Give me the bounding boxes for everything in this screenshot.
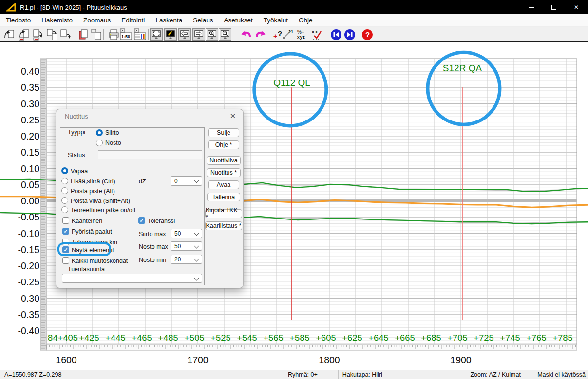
- menu-asetukset[interactable]: Asetukset: [218, 14, 258, 26]
- coords-xyz-label: xyz: [297, 35, 305, 40]
- radio-nosto-label[interactable]: Nosto: [105, 140, 121, 146]
- svg-text:0.15: 0.15: [21, 147, 39, 158]
- siirto-max-value: 50: [174, 230, 181, 237]
- menu-editointi[interactable]: Editointi: [116, 14, 150, 26]
- file-export-icon[interactable]: [59, 28, 72, 41]
- kirjoita-tkk-button[interactable]: Kirjoita TKK *: [205, 209, 242, 218]
- radio-poista-viiva-label[interactable]: Poista viiva (Shift+Alt): [71, 198, 130, 204]
- minimize-button[interactable]: [520, 0, 543, 14]
- nosto-min-label: Nosto min: [139, 257, 166, 263]
- nosto-min-select[interactable]: 20: [171, 255, 202, 264]
- dialog-close-icon[interactable]: ✕: [228, 112, 237, 120]
- zoom-out-button[interactable]: [219, 28, 231, 41]
- tuentasuunta-select[interactable]: [62, 274, 202, 283]
- radio-teoreettinen-label[interactable]: Teoreettinen jatke on/off: [71, 207, 135, 214]
- radio-siirto[interactable]: [96, 129, 103, 136]
- approve-check-icon[interactable]: xx: [311, 28, 323, 41]
- radio-teoreettinen[interactable]: [61, 206, 68, 213]
- pan-right-button[interactable]: [192, 28, 205, 41]
- nuottiviiva-button[interactable]: Nuottiviiva: [207, 156, 241, 165]
- radio-vapaa[interactable]: [61, 167, 68, 174]
- radio-siirto-label[interactable]: Siirto: [105, 129, 119, 136]
- nuotitus-dialog: Nuotitus ✕ Tyyppi Siirto Nosto Status Va…: [56, 109, 244, 288]
- menu-ohje[interactable]: Ohje: [293, 14, 318, 26]
- new-window-icon[interactable]: [90, 28, 103, 41]
- sulje-button[interactable]: Sulje: [208, 128, 239, 137]
- scale-icon[interactable]: 1:50: [119, 28, 133, 41]
- radio-vapaa-label[interactable]: Vapaa: [71, 168, 88, 175]
- help-icon[interactable]: ?: [361, 28, 374, 41]
- kaarilistaus-button[interactable]: Kaarilistaus *: [205, 221, 242, 230]
- menu-hakemisto[interactable]: Hakemisto: [36, 14, 78, 26]
- ohje-button[interactable]: Ohje *: [208, 140, 239, 149]
- highlight-annotation: [57, 242, 111, 256]
- status-ryhma: Ryhmä: 0+: [284, 370, 339, 379]
- copy-pages-icon[interactable]: [77, 28, 90, 41]
- tallenna-button[interactable]: Tallenna: [207, 193, 240, 201]
- file-read-format-icon[interactable]: [18, 28, 30, 41]
- undo-icon[interactable]: [240, 28, 252, 41]
- title-bar: R1.pi - [3D-Win 2025] - Pituusleikkaus ✕: [0, 0, 588, 14]
- maximize-icon: [551, 5, 556, 10]
- pan-left-button[interactable]: [178, 28, 191, 41]
- svg-text:+485: +485: [158, 333, 178, 343]
- file-read-icon[interactable]: [3, 28, 16, 41]
- checkbox-kaanteinen-label[interactable]: Käänteinen: [72, 218, 102, 224]
- svg-text:0.20: 0.20: [21, 131, 39, 141]
- chevron-down-icon: [194, 276, 199, 281]
- nav-next-icon[interactable]: [343, 28, 356, 41]
- file-convert-icon[interactable]: [46, 28, 58, 41]
- svg-text:0.05: 0.05: [21, 180, 39, 190]
- nav-previous-icon[interactable]: [330, 28, 342, 41]
- redo-icon[interactable]: [254, 28, 267, 41]
- close-button[interactable]: ✕: [565, 0, 588, 14]
- svg-text:+645: +645: [368, 333, 389, 343]
- checkbox-toleranssi[interactable]: ✓: [138, 217, 145, 224]
- maximize-button[interactable]: [543, 0, 565, 14]
- zoom-in-button[interactable]: [206, 28, 218, 41]
- svg-text:+585: +585: [289, 333, 310, 343]
- chevron-down-icon: [194, 231, 199, 236]
- status-maski: Maski ei käytössä: [533, 370, 588, 379]
- point-number-icon[interactable]: 21: [282, 28, 294, 41]
- print-layout-icon[interactable]: [133, 28, 147, 41]
- nosto-max-select[interactable]: 50: [171, 241, 202, 251]
- radio-lisaa-siirra[interactable]: [61, 178, 68, 184]
- nuotitus-button[interactable]: Nuotitus *: [207, 168, 241, 177]
- svg-text:+685: +685: [421, 333, 441, 343]
- checkbox-kaikki-muutoskohdat-label[interactable]: Kaikki muutoskohdat: [72, 258, 128, 264]
- zoom-fit-button[interactable]: [150, 28, 163, 41]
- siirto-max-select[interactable]: 50: [171, 229, 202, 238]
- radio-poista-piste-label[interactable]: Poista piste (Alt): [71, 188, 115, 195]
- dz-select[interactable]: 0: [171, 176, 202, 186]
- checkbox-kaikki-muutoskohdat[interactable]: [62, 257, 69, 264]
- checkbox-pyorista-paalut-label[interactable]: Pyöristä paalut: [72, 228, 112, 235]
- checkbox-toleranssi-label[interactable]: Toleranssi: [148, 218, 175, 224]
- tyyppi-label: Tyyppi: [68, 129, 85, 136]
- checkbox-pyorista-paalut[interactable]: ✓: [62, 228, 69, 235]
- menu-tiedosto[interactable]: Tiedosto: [0, 14, 36, 26]
- coords-xyz-icon[interactable]: %+ xyz: [296, 28, 309, 41]
- menu-tyokalut[interactable]: Työkalut: [258, 14, 293, 26]
- svg-text:0.40: 0.40: [21, 66, 39, 77]
- radio-poista-piste[interactable]: [61, 187, 68, 194]
- print-icon[interactable]: [108, 28, 120, 41]
- checkbox-kaanteinen[interactable]: [62, 217, 69, 224]
- menu-zoomaus[interactable]: Zoomaus: [78, 14, 116, 26]
- radio-lisaa-siirra-label[interactable]: Lisää,siirrä (Ctrl): [71, 178, 115, 185]
- avaa-button[interactable]: Avaa: [208, 180, 239, 189]
- svg-text:-0.20: -0.20: [18, 260, 40, 271]
- radio-nosto[interactable]: [96, 140, 103, 146]
- chevron-down-icon: [194, 257, 199, 262]
- menu-laskenta[interactable]: Laskenta: [150, 14, 188, 26]
- window-title: R1.pi - [3D-Win 2025] - Pituusleikkaus: [20, 4, 127, 11]
- radio-poista-viiva[interactable]: [61, 197, 68, 204]
- status-field[interactable]: [98, 150, 202, 159]
- app-logo-icon: [6, 3, 16, 12]
- zoom-previous-button[interactable]: [164, 28, 177, 41]
- svg-text:-0.40: -0.40: [18, 325, 40, 336]
- menu-selaus[interactable]: Selaus: [188, 14, 218, 26]
- toolbar-separator: [358, 29, 358, 40]
- file-write-format-icon[interactable]: [32, 28, 45, 41]
- svg-text:+505: +505: [184, 333, 205, 343]
